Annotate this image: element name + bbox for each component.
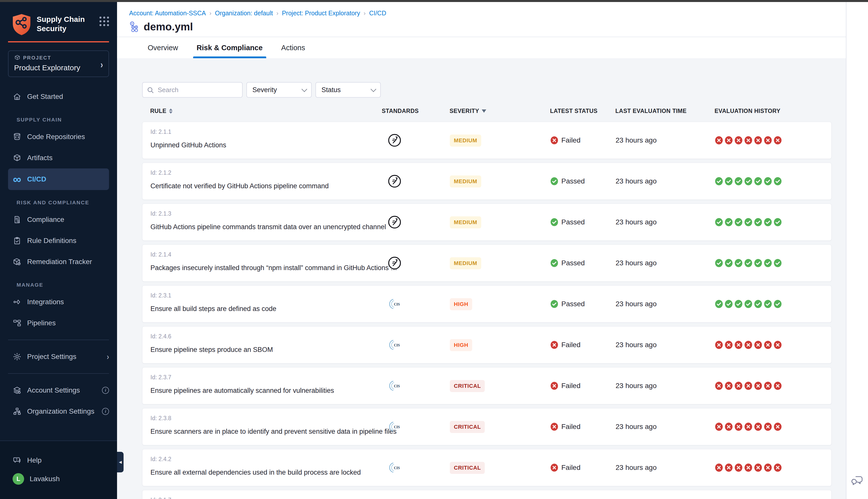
evaluation-history-cell: [715, 449, 782, 486]
sidebar-item-integrations[interactable]: Integrations: [0, 291, 117, 313]
standards-cell: [382, 245, 407, 281]
sidebar-footer: ? Help L Lavakush: [0, 440, 117, 499]
rule-id: Id: 2.3.8: [150, 415, 397, 422]
breadcrumb-link[interactable]: Account: Automation-SSCA: [129, 10, 206, 17]
sidebar-item-organization-settings[interactable]: Organization Settingsi: [0, 401, 117, 422]
tab-overview[interactable]: Overview: [144, 37, 182, 58]
chat-support-icon[interactable]: [851, 474, 864, 487]
breadcrumb-link[interactable]: Project: Product Exploratory: [282, 10, 360, 17]
evaluation-history-cell: [715, 163, 782, 199]
info-icon[interactable]: i: [102, 387, 109, 394]
rule-cell: Id: 2.1.2Certificate not verified by Git…: [150, 169, 329, 190]
failed-status-icon: [550, 341, 558, 349]
passed-status-icon: [550, 218, 558, 226]
rule-cell: Id: 2.1.3GitHub Actions pipeline command…: [150, 210, 386, 231]
shield-logo-icon: [11, 13, 32, 36]
standards-cell: CIS: [382, 367, 407, 404]
rule-row[interactable]: Id: 2.1.4Packages insecurely installed t…: [142, 244, 832, 282]
pipeline-file-icon: [129, 21, 140, 33]
home-icon: [13, 92, 22, 101]
code-repo-icon: [13, 132, 22, 141]
rule-name: GitHub Actions pipeline commands transmi…: [150, 223, 386, 231]
standards-cell: [382, 163, 407, 199]
page-header: Account: Automation-SSCA›Organization: d…: [117, 2, 846, 37]
passed-status-icon: [550, 300, 558, 308]
cis-standard-icon: CIS: [388, 379, 401, 392]
owasp-standard-icon: [388, 256, 401, 270]
latest-status-cell: Failed: [550, 122, 580, 159]
integrations-icon: [13, 297, 22, 306]
latest-status-cell: Failed: [550, 449, 580, 486]
search-box: [142, 82, 243, 98]
project-selector[interactable]: PROJECT Product Exploratory ›: [8, 50, 109, 77]
sidebar-item-label: Compliance: [27, 216, 64, 224]
severity-cell: HIGH: [450, 339, 472, 351]
content-area: Severity Status RULESTANDARDSSEVERITYLAT…: [117, 60, 846, 499]
column-header-rule[interactable]: RULE: [150, 108, 172, 114]
rule-cell: Id: 2.3.7Ensure pipelines are automatica…: [150, 374, 334, 394]
sidebar-item-ci-cd[interactable]: ∞CI/CD: [8, 168, 109, 190]
column-header-severity[interactable]: SEVERITY: [449, 108, 486, 114]
info-icon[interactable]: i: [102, 408, 109, 415]
org-icon: [13, 407, 22, 416]
severity-cell: CRITICAL: [450, 380, 485, 392]
sidebar-item-get-started[interactable]: Get Started: [0, 86, 117, 107]
failed-status-icon: [550, 136, 558, 144]
rule-row[interactable]: Id: 3.1.7CISCRITICALFailed23 hours ago: [142, 490, 832, 499]
standards-cell: CIS: [382, 490, 407, 499]
rule-row[interactable]: Id: 2.4.2Ensure all external dependencie…: [142, 449, 832, 486]
failed-status-icon: [550, 423, 558, 431]
sidebar-item-account-settings[interactable]: Account Settingsi: [0, 380, 117, 401]
module-grid-icon[interactable]: [99, 16, 109, 26]
project-name: Product Exploratory: [14, 63, 104, 72]
severity-filter[interactable]: Severity: [246, 82, 312, 98]
severity-cell: CRITICAL: [450, 462, 485, 474]
svg-text:CIS: CIS: [394, 303, 400, 306]
sidebar-collapse-handle[interactable]: ◀: [117, 452, 123, 472]
sidebar-item-label: Integrations: [27, 298, 64, 306]
severity-badge: CRITICAL: [450, 421, 485, 433]
rule-row[interactable]: Id: 2.4.6Ensure pipeline steps produce a…: [142, 326, 832, 364]
evaluation-history-cell: [715, 285, 782, 322]
sidebar-item-compliance[interactable]: Compliance: [0, 209, 117, 230]
tab-risk-compliance[interactable]: Risk & Compliance: [193, 37, 266, 58]
sidebar: Supply Chain Security PROJECT Product Ex…: [0, 2, 117, 499]
sidebar-item-project-settings[interactable]: Project Settings›: [0, 346, 117, 367]
severity-badge: HIGH: [450, 298, 472, 310]
severity-cell: CRITICAL: [450, 421, 485, 433]
tab-actions[interactable]: Actions: [278, 37, 309, 58]
breadcrumb-link[interactable]: Organization: default: [215, 10, 273, 17]
user-menu[interactable]: L Lavakush: [0, 470, 117, 488]
severity-cell: MEDIUM: [450, 216, 481, 228]
status-filter[interactable]: Status: [315, 82, 381, 98]
status-text: Passed: [561, 300, 585, 308]
rule-id: Id: 2.3.7: [150, 374, 334, 381]
help-button[interactable]: ? Help: [0, 451, 117, 470]
rule-row[interactable]: Id: 2.1.1Unpinned GitHub ActionsMEDIUMFa…: [142, 122, 832, 159]
search-input[interactable]: [143, 83, 242, 97]
user-name: Lavakush: [29, 475, 60, 483]
rule-row[interactable]: Id: 2.1.2Certificate not verified by Git…: [142, 163, 832, 200]
latest-status-cell: Passed: [550, 204, 585, 241]
sidebar-item-label: Artifacts: [27, 154, 52, 162]
status-text: Failed: [561, 464, 580, 472]
severity-badge: MEDIUM: [450, 257, 481, 269]
rule-row[interactable]: Id: 2.3.1Ensure all build steps are defi…: [142, 285, 832, 322]
sidebar-item-pipelines[interactable]: Pipelines: [0, 313, 117, 333]
chevron-down-icon: [302, 86, 308, 92]
sidebar-item-label: Remediation Tracker: [27, 258, 92, 266]
rule-row[interactable]: Id: 2.3.8Ensure scanners are in place to…: [142, 408, 832, 445]
rule-row[interactable]: Id: 2.1.3GitHub Actions pipeline command…: [142, 204, 832, 241]
sidebar-item-code-repositories[interactable]: Code Repositories: [0, 126, 117, 147]
column-header-last-evaluation-time: LAST EVALUATION TIME: [615, 108, 687, 114]
sidebar-item-remediation-tracker[interactable]: Remediation Tracker: [0, 251, 117, 272]
evaluation-history-cell: [715, 327, 782, 363]
sidebar-item-artifacts[interactable]: Artifacts: [0, 147, 117, 168]
breadcrumb-link[interactable]: CI/CD: [369, 10, 386, 17]
sidebar-nav: Get StartedSUPPLY CHAINCode Repositories…: [0, 86, 117, 422]
app-logo: Supply Chain Security: [11, 13, 109, 36]
sidebar-item-label: Get Started: [27, 93, 63, 101]
sidebar-item-rule-definitions[interactable]: Rule Definitions: [0, 230, 117, 251]
latest-status-cell: Passed: [550, 285, 585, 322]
rule-row[interactable]: Id: 2.3.7Ensure pipelines are automatica…: [142, 367, 832, 404]
